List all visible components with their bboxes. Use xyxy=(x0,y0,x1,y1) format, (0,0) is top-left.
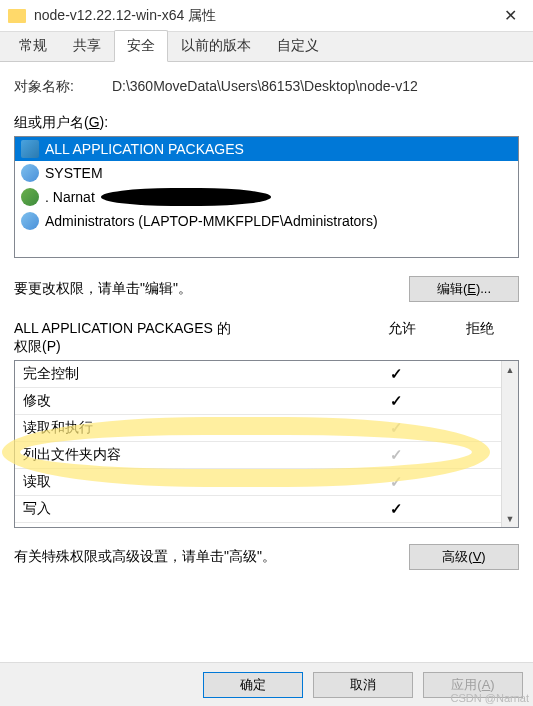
permission-row: 完全控制✓ xyxy=(15,361,501,388)
titlebar: node-v12.22.12-win-x64 属性 ✕ xyxy=(0,0,533,32)
object-path: D:\360MoveData\Users\86153\Desktop\node-… xyxy=(112,78,418,96)
scroll-down-icon[interactable]: ▼ xyxy=(502,510,518,527)
watermark: CSDN @Narnat xyxy=(451,692,529,704)
permission-name: 写入 xyxy=(23,500,361,518)
folder-icon xyxy=(8,9,26,23)
tab-2[interactable]: 安全 xyxy=(114,30,168,62)
group-name: ALL APPLICATION PACKAGES xyxy=(45,141,244,157)
permission-name: 修改 xyxy=(23,392,361,410)
permission-name: 完全控制 xyxy=(23,365,361,383)
tabs: 常规共享安全以前的版本自定义 xyxy=(0,32,533,62)
advanced-hint: 有关特殊权限或高级设置，请单击"高级"。 xyxy=(14,548,409,566)
permissions-header: ALL APPLICATION PACKAGES 的 权限(P) 允许 拒绝 xyxy=(14,320,519,356)
allow-cell: ✓ xyxy=(361,392,431,410)
permission-name: 列出文件夹内容 xyxy=(23,446,361,464)
security-panel: 对象名称: D:\360MoveData\Users\86153\Desktop… xyxy=(0,62,533,662)
check-icon: ✓ xyxy=(390,473,403,490)
group-item[interactable]: . Narnat xyxy=(15,185,518,209)
allow-cell: ✓ xyxy=(361,365,431,383)
tab-4[interactable]: 自定义 xyxy=(264,30,332,61)
group-item[interactable]: ALL APPLICATION PACKAGES xyxy=(15,137,518,161)
object-label: 对象名称: xyxy=(14,78,74,96)
check-icon: ✓ xyxy=(390,392,403,409)
perm-header-line1: ALL APPLICATION PACKAGES 的 xyxy=(14,320,363,338)
allow-cell: ✓ xyxy=(361,419,431,437)
ok-button[interactable]: 确定 xyxy=(203,672,303,698)
pkg-icon xyxy=(21,140,39,158)
perm-header-line2: 权限(P) xyxy=(14,338,363,356)
allow-cell: ✓ xyxy=(361,500,431,518)
edit-hint: 要更改权限，请单击"编辑"。 xyxy=(14,280,409,298)
group-item[interactable]: Administrators (LAPTOP-MMKFPLDF\Administ… xyxy=(15,209,518,233)
permission-row: 读取和执行✓ xyxy=(15,415,501,442)
permission-row: 列出文件夹内容✓ xyxy=(15,442,501,469)
window-title: node-v12.22.12-win-x64 属性 xyxy=(34,7,487,25)
col-allow: 允许 xyxy=(363,320,441,356)
scrollbar[interactable]: ▲ ▼ xyxy=(501,361,518,527)
users-icon xyxy=(21,164,39,182)
redaction xyxy=(101,188,271,206)
group-name: SYSTEM xyxy=(45,165,103,181)
tab-3[interactable]: 以前的版本 xyxy=(168,30,264,61)
check-icon: ✓ xyxy=(390,365,403,382)
close-button[interactable]: ✕ xyxy=(487,0,533,32)
advanced-row: 有关特殊权限或高级设置，请单击"高级"。 高级(V) xyxy=(14,544,519,570)
edit-row: 要更改权限，请单击"编辑"。 编辑(E)... xyxy=(14,276,519,302)
permission-row: 写入✓ xyxy=(15,496,501,523)
group-name: Administrators (LAPTOP-MMKFPLDF\Administ… xyxy=(45,213,378,229)
user-icon xyxy=(21,188,39,206)
allow-cell: ✓ xyxy=(361,473,431,491)
group-item[interactable]: SYSTEM xyxy=(15,161,518,185)
permission-name: 读取 xyxy=(23,473,361,491)
group-name: . Narnat xyxy=(45,189,95,205)
check-icon: ✓ xyxy=(390,419,403,436)
allow-cell: ✓ xyxy=(361,446,431,464)
tab-0[interactable]: 常规 xyxy=(6,30,60,61)
scroll-up-icon[interactable]: ▲ xyxy=(502,361,518,378)
tab-1[interactable]: 共享 xyxy=(60,30,114,61)
check-icon: ✓ xyxy=(390,500,403,517)
permission-row: 读取✓ xyxy=(15,469,501,496)
check-icon: ✓ xyxy=(390,446,403,463)
permissions-listbox: 完全控制✓修改✓读取和执行✓列出文件夹内容✓读取✓写入✓ ▲ ▼ xyxy=(14,360,519,528)
object-row: 对象名称: D:\360MoveData\Users\86153\Desktop… xyxy=(14,78,519,96)
permission-row: 修改✓ xyxy=(15,388,501,415)
users-icon xyxy=(21,212,39,230)
cancel-button[interactable]: 取消 xyxy=(313,672,413,698)
permission-name: 读取和执行 xyxy=(23,419,361,437)
advanced-button[interactable]: 高级(V) xyxy=(409,544,519,570)
groups-label: 组或用户名(G): xyxy=(14,114,519,132)
edit-button[interactable]: 编辑(E)... xyxy=(409,276,519,302)
groups-listbox[interactable]: ALL APPLICATION PACKAGESSYSTEM. NarnatAd… xyxy=(14,136,519,258)
col-deny: 拒绝 xyxy=(441,320,519,356)
